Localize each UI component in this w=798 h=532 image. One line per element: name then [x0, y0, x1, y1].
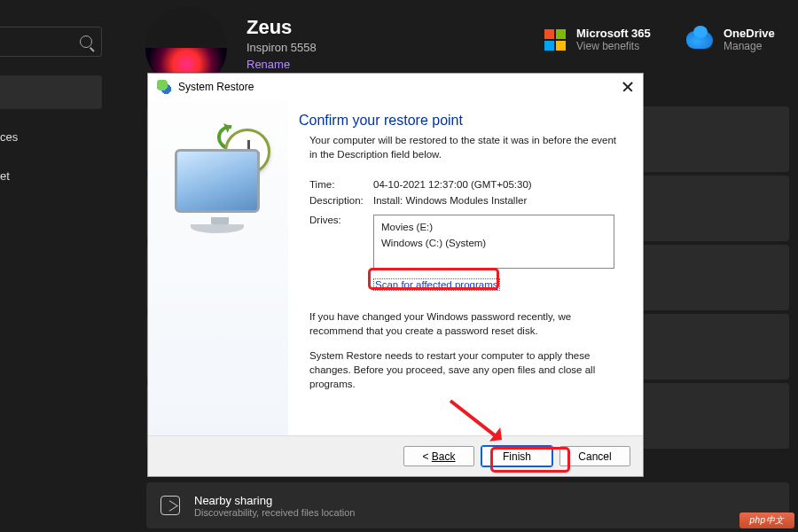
highlight-scan-link	[368, 268, 499, 290]
description-label: Description:	[309, 195, 373, 206]
settings-search-input[interactable]	[0, 27, 102, 57]
restart-note: System Restore needs to restart your com…	[309, 348, 623, 391]
sidebar-item-bluetooth[interactable]: ces	[0, 130, 18, 144]
dialog-title: System Restore	[178, 81, 254, 93]
share-icon	[160, 496, 180, 515]
time-value: 04-10-2021 12:37:00 (GMT+05:30)	[373, 179, 532, 190]
nearby-sub: Discoverability, received files location	[194, 507, 355, 518]
back-button[interactable]: < Back	[403, 446, 474, 466]
system-restore-icon	[157, 80, 171, 94]
m365-title: Microsoft 365	[576, 27, 651, 40]
nearby-title: Nearby sharing	[194, 494, 355, 507]
dialog-titlebar[interactable]: System Restore	[148, 74, 643, 100]
m365-promo[interactable]: Microsoft 365 View benefits	[544, 27, 651, 52]
highlight-finish-button	[490, 447, 570, 473]
search-icon	[80, 35, 92, 48]
dialog-heading: Confirm your restore point	[299, 113, 623, 129]
m365-sub: View benefits	[576, 40, 651, 52]
drives-label: Drives:	[309, 215, 373, 269]
dialog-subtext: Your computer will be restored to the st…	[309, 134, 623, 161]
dialog-illustration	[148, 100, 288, 435]
time-label: Time:	[309, 179, 373, 190]
nearby-sharing-row[interactable]: Nearby sharing Discoverability, received…	[146, 482, 789, 528]
close-icon[interactable]	[620, 79, 636, 95]
drive-item: Movies (E:)	[381, 220, 606, 236]
profile-model: Inspiron 5558	[246, 41, 317, 54]
onedrive-promo[interactable]: OneDrive Manage	[686, 27, 775, 52]
onedrive-cloud-icon	[686, 31, 713, 49]
profile-name: Zeus	[246, 16, 317, 39]
site-watermark: php中文	[739, 512, 794, 528]
rename-link[interactable]: Rename	[246, 58, 317, 71]
onedrive-sub: Manage	[724, 40, 775, 52]
sidebar-item-network[interactable]: et	[0, 169, 10, 183]
password-note: If you have changed your Windows passwor…	[309, 309, 623, 338]
onedrive-title: OneDrive	[724, 27, 775, 40]
drive-item: Windows (C:) (System)	[381, 236, 606, 252]
sidebar-item-selected[interactable]	[0, 75, 102, 109]
microsoft-logo-icon	[544, 29, 566, 51]
description-value: Install: Windows Modules Installer	[373, 195, 527, 206]
drives-list: Movies (E:) Windows (C:) (System)	[373, 215, 614, 269]
cancel-button[interactable]: Cancel	[559, 446, 630, 466]
